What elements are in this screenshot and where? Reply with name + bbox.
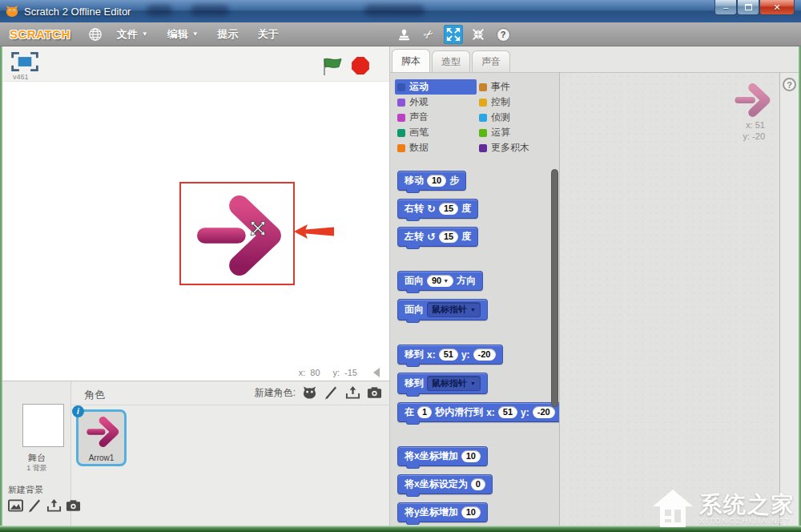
block-text: 右转: [405, 202, 424, 216]
sprite-thumbnail-arrow: [84, 417, 119, 447]
category-声音[interactable]: 声音: [395, 110, 477, 125]
category-事件[interactable]: 事件: [477, 79, 555, 95]
block-number-input[interactable]: 15: [439, 203, 458, 215]
tab-脚本[interactable]: 脚本: [392, 49, 430, 72]
camera-sprite-icon[interactable]: [367, 385, 382, 400]
block-dropdown[interactable]: 鼠标指针▼: [427, 302, 481, 317]
sprite-card-arrow1[interactable]: i Arrow1: [76, 409, 127, 466]
block-text: 左转: [405, 230, 424, 244]
mouse-y-value: -15: [344, 368, 357, 377]
blurred-artifact: [364, 5, 425, 16]
category-swatch: [397, 144, 405, 152]
change-x-block[interactable]: 将x坐标增加10: [397, 446, 488, 466]
palette-scrollbar[interactable]: [551, 169, 558, 407]
block-number-input[interactable]: 1: [417, 406, 432, 418]
upload-backdrop-icon[interactable]: [46, 498, 62, 513]
scratch-logo[interactable]: SCRATCH: [10, 27, 70, 41]
block-number-input[interactable]: -20: [533, 406, 555, 418]
category-运动[interactable]: 运动: [395, 79, 477, 95]
library-backdrop-icon[interactable]: [8, 498, 23, 513]
category-swatch: [397, 129, 405, 137]
sprites-panel: 舞台 1 背景 新建背景: [2, 381, 390, 526]
category-画笔[interactable]: 画笔: [395, 125, 477, 140]
sprite-info-icon[interactable]: i: [72, 405, 84, 417]
turn-right-block[interactable]: 右转↻15度: [397, 199, 478, 219]
mouse-y-label: y:: [333, 368, 340, 377]
duplicate-stamp-icon[interactable]: [394, 25, 413, 44]
tab-造型[interactable]: 造型: [432, 50, 470, 72]
point-in-direction-block[interactable]: 面向90▼方向: [397, 271, 483, 291]
block-number-input[interactable]: 10: [461, 450, 481, 462]
move-cursor-icon: [249, 220, 267, 237]
category-外观[interactable]: 外观: [395, 95, 477, 110]
block-number-input[interactable]: -20: [473, 349, 496, 361]
menu-item-文件[interactable]: 文件▼: [117, 27, 148, 42]
menu-item-提示[interactable]: 提示: [218, 27, 239, 42]
menu-item-编辑[interactable]: 编辑▼: [167, 27, 199, 42]
tab-声音[interactable]: 声音: [472, 50, 510, 72]
window-title: Scratch 2 Offline Editor: [24, 6, 131, 18]
block-number-input[interactable]: 10: [427, 175, 446, 187]
set-x-block[interactable]: 将x坐标设定为0: [397, 474, 493, 494]
stage-column: 舞台 1 背景 新建背景: [2, 381, 71, 526]
glide-block[interactable]: 在1秒内滑行到x:51y:-20: [397, 402, 562, 422]
green-flag-icon[interactable]: [322, 57, 343, 76]
arrow-sprite[interactable]: [188, 195, 284, 276]
category-运算[interactable]: 运算: [477, 125, 555, 140]
move-steps-block[interactable]: 移动10步: [397, 171, 466, 191]
window-controls: – ✕: [714, 0, 795, 15]
stop-icon[interactable]: [351, 56, 370, 75]
paint-sprite-icon[interactable]: [324, 385, 339, 400]
block-dropdown[interactable]: 鼠标指针▼: [427, 376, 481, 391]
help-icon[interactable]: ?: [783, 78, 796, 91]
new-backdrop-label: 新建背景: [8, 484, 43, 496]
scripts-area[interactable]: x: 51 y: -20: [559, 72, 779, 526]
grow-icon[interactable]: [444, 25, 463, 44]
block-number-input[interactable]: 0: [471, 478, 485, 490]
category-控制[interactable]: 控制: [477, 95, 555, 110]
watermark-house-icon: [651, 487, 694, 530]
stage-header: v461: [2, 46, 389, 82]
paint-backdrop-icon[interactable]: [27, 498, 42, 513]
block-text: y:: [461, 349, 470, 361]
sprite-y-readout: y: -20: [743, 131, 765, 142]
point-towards-block[interactable]: 面向鼠标指针▼: [397, 299, 488, 320]
watermark-title: 系统之家: [699, 493, 795, 517]
menu-item-关于[interactable]: 关于: [258, 27, 279, 42]
block-number-input[interactable]: 15: [439, 231, 458, 243]
block-number-dropdown[interactable]: 90▼: [427, 275, 453, 287]
camera-backdrop-icon[interactable]: [66, 498, 81, 513]
stage-panel: v461: [2, 46, 390, 381]
category-侦测[interactable]: 侦测: [477, 110, 555, 125]
block-number-input[interactable]: 51: [498, 406, 517, 418]
choose-sprite-icon[interactable]: [302, 385, 317, 400]
category-label: 侦测: [491, 111, 510, 124]
go-to-sprite-block[interactable]: 移到鼠标指针▼: [397, 373, 488, 394]
block-help-icon[interactable]: ?: [493, 25, 513, 44]
category-更多积木[interactable]: 更多积木: [477, 140, 555, 155]
delete-scissors-icon[interactable]: ✂: [419, 25, 438, 44]
category-label: 更多积木: [491, 141, 529, 155]
sprite-preview-icon: [731, 83, 771, 117]
block-palette: 运动外观声音画笔数据事件控制侦测运算更多积木 移动10步右转↻15度左转↺15度…: [390, 72, 559, 526]
titlebar: Scratch 2 Offline Editor – ✕: [0, 0, 801, 22]
shrink-icon[interactable]: [469, 25, 488, 44]
maximize-button[interactable]: [737, 0, 759, 15]
blurred-artifact: [191, 5, 229, 16]
present-mode-icon[interactable]: [10, 51, 39, 72]
language-globe-icon[interactable]: [88, 27, 103, 42]
go-to-xy-block[interactable]: 移到x:51y:-20: [397, 345, 503, 365]
upload-sprite-icon[interactable]: [345, 385, 360, 400]
category-数据[interactable]: 数据: [395, 140, 477, 155]
stage-thumbnail[interactable]: [22, 404, 64, 447]
minimize-button[interactable]: –: [714, 0, 737, 15]
help-strip: ?: [779, 72, 799, 526]
stage-canvas[interactable]: [2, 82, 389, 346]
block-number-input[interactable]: 51: [439, 349, 458, 361]
change-y-block[interactable]: 将y坐标增加10: [397, 502, 488, 522]
close-button[interactable]: ✕: [759, 0, 795, 15]
block-number-input[interactable]: 10: [461, 506, 481, 518]
scratch-window: Scratch 2 Offline Editor – ✕ SCRATCH 文件▼…: [0, 0, 801, 532]
turn-left-block[interactable]: 左转↺15度: [397, 227, 478, 247]
stage-label: 舞台: [2, 452, 71, 464]
